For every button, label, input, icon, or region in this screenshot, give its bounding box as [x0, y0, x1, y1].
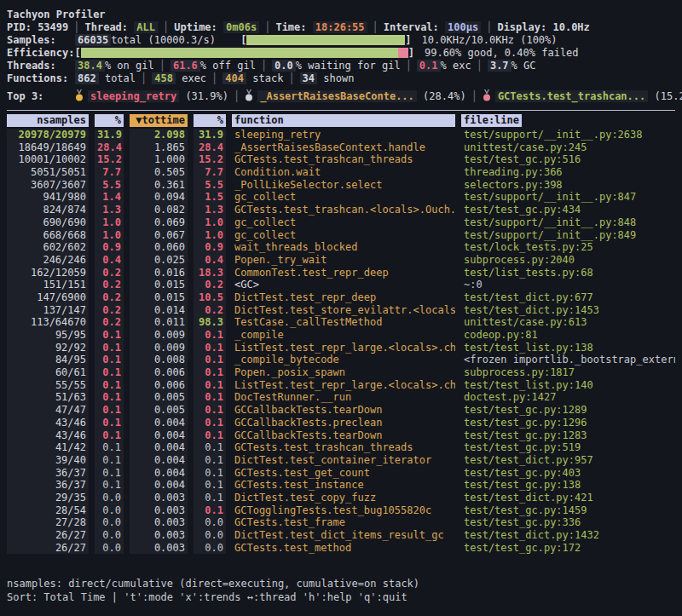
top3-label: Top 3:	[7, 89, 75, 104]
threads-exc-value: 0.1	[417, 60, 441, 72]
app-title: Tachyon Profiler	[7, 9, 675, 21]
table-cell: ListTest.test_repr_large.<locals>.check	[232, 342, 455, 354]
divider: │	[256, 60, 272, 72]
profiler-table-body: 20978/2097931.92.09831.9sleeping_retryte…	[7, 129, 675, 554]
table-cell: 668/668	[7, 229, 89, 242]
table-cell: 95/95	[7, 329, 89, 342]
samples-rate-text: 10.0KHz/10.0KHz (100%)	[412, 34, 558, 46]
divider: │	[367, 21, 384, 33]
table-cell: test/support/__init__.py:847	[461, 191, 675, 204]
efficiency-line: Efficiency:[]99.60% good, 0.40% failed	[7, 47, 675, 60]
top3-item-3-pct: (15.2%)	[655, 90, 682, 102]
table-cell: GCTests.test_get_count	[232, 467, 455, 480]
footer: nsamples: direct/cumulative (direct=exec…	[7, 577, 419, 604]
table-cell: GCTests.test_method	[232, 542, 455, 555]
samples-bar	[246, 35, 405, 45]
table-cell: 28.4	[194, 141, 226, 154]
table-cell: 0.003	[130, 516, 188, 529]
table-cell: GCTests.test_frame	[232, 516, 455, 529]
thread-value[interactable]: ALL	[134, 21, 158, 33]
table-cell: unittest/case.py:245	[461, 141, 675, 154]
table-cell: 0.009	[130, 329, 188, 342]
table-cell: DictTest.test_repr_deep	[232, 291, 455, 304]
footer-keybindings: Sort: Total Time | 't':mode 'x':trends ↔…	[7, 590, 419, 604]
table-cell: DocTestRunner.__run	[232, 391, 455, 404]
table-cell: test/test_list.py:138	[461, 342, 675, 354]
table-cell: 1.4	[95, 191, 124, 204]
divider: │	[228, 90, 245, 102]
table-cell: gc_collect	[232, 216, 455, 229]
table-cell: 43/46	[7, 429, 89, 442]
table-cell: 0.2	[95, 316, 124, 329]
table-cell: _compile	[232, 329, 455, 342]
table-cell: 0.2	[95, 291, 124, 304]
table-cell: 55/55	[7, 379, 89, 392]
gold-medal-icon	[75, 89, 84, 106]
threads-gc-suffix: % GC	[512, 60, 536, 72]
table-cell: TestCase._callTestMethod	[232, 316, 455, 329]
thread-label: Thread:	[85, 21, 129, 33]
table-cell: 690/690	[7, 216, 89, 229]
table-cell: test/test_gc.py:336	[461, 516, 675, 529]
functions-shown-suffix: shown	[317, 72, 354, 84]
top3-item-1-name[interactable]: sleeping_retry	[88, 90, 179, 102]
functions-total-value: 862	[75, 72, 99, 84]
table-cell: 0.1	[194, 454, 226, 467]
table-cell: _AssertRaisesBaseContext.handle	[232, 141, 455, 154]
divider: │	[158, 21, 174, 33]
column-header-nsamples[interactable]: nsamples	[7, 114, 89, 127]
table-cell: 0.1	[194, 492, 226, 504]
top3-line: Top 3:sleeping_retry (31.9%)│_AssertRais…	[7, 89, 675, 104]
table-cell: gc_collect	[232, 191, 455, 204]
top3-item-1-pct: (31.9%)	[185, 90, 228, 102]
top3-item-2-name[interactable]: _AssertRaisesBaseConte...	[257, 90, 417, 102]
table-cell: subprocess.py:1817	[461, 366, 675, 379]
table-cell: sleeping_retry	[232, 129, 455, 141]
column-header-direct-pct[interactable]: %	[95, 114, 124, 127]
divider: │	[206, 72, 223, 84]
divider: │	[68, 21, 84, 33]
table-cell: 0.1	[194, 379, 226, 392]
table-cell: test/support/__init__.py:2638	[461, 129, 675, 141]
column-header-function[interactable]: function	[232, 114, 455, 127]
table-cell: 0.1	[95, 441, 124, 454]
table-cell: GCCallbackTests.tearDown	[232, 429, 455, 442]
table-cell: 0.1	[194, 417, 226, 429]
table-cell: 0.361	[130, 179, 188, 192]
divider: │	[259, 21, 275, 33]
table-cell: DictTest.test_dict_items_result_gc	[232, 529, 455, 542]
column-header-tottime-sorted[interactable]: ▼tottime	[130, 114, 188, 127]
table-cell: test/support/__init__.py:848	[461, 216, 675, 229]
table-cell: DictTest.test_container_iterator	[232, 454, 455, 467]
table-cell: 0.004	[130, 429, 188, 442]
table-cell: selectors.py:398	[461, 179, 675, 192]
table-cell: 27/28	[7, 516, 89, 529]
table-cell: 151/151	[7, 279, 89, 291]
functions-stack-value: 404	[223, 72, 246, 84]
column-header-cumulative-pct[interactable]: %	[194, 114, 226, 127]
table-cell: 2.098	[130, 129, 188, 141]
table-cell: 0.0	[95, 516, 124, 529]
profiler-table-header: nsamples % ▼tottime % function file:line	[7, 114, 675, 127]
column-header-file-line[interactable]: file:line	[461, 114, 675, 127]
top3-item-3-name[interactable]: GCTests.test_trashcan...	[495, 90, 648, 102]
threads-on-gil-value: 38.4	[75, 60, 105, 72]
table-cell: 0.1	[194, 441, 226, 454]
functions-shown-value: 34	[300, 72, 317, 84]
table-cell: test/list_tests.py:68	[461, 267, 675, 279]
table-cell: 0.1	[194, 467, 226, 480]
pid-value: 53499	[38, 21, 68, 33]
table-cell: 28/54	[7, 504, 89, 517]
table-cell: 0.1	[95, 366, 124, 379]
functions-exec-value: 458	[152, 72, 176, 84]
table-cell: 28.4	[95, 141, 124, 154]
interval-value[interactable]: 100μs	[445, 21, 481, 33]
divider: │	[466, 90, 483, 102]
table-cell: 0.009	[130, 342, 188, 354]
table-cell: 0.016	[130, 267, 188, 279]
table-cell: GCTests.test_trashcan_threads	[232, 153, 455, 166]
table-cell: unittest/case.py:613	[461, 316, 675, 329]
table-cell: 36/37	[7, 467, 89, 480]
table-cell: 0.003	[130, 504, 188, 517]
table-cell: 0.1	[95, 391, 124, 404]
